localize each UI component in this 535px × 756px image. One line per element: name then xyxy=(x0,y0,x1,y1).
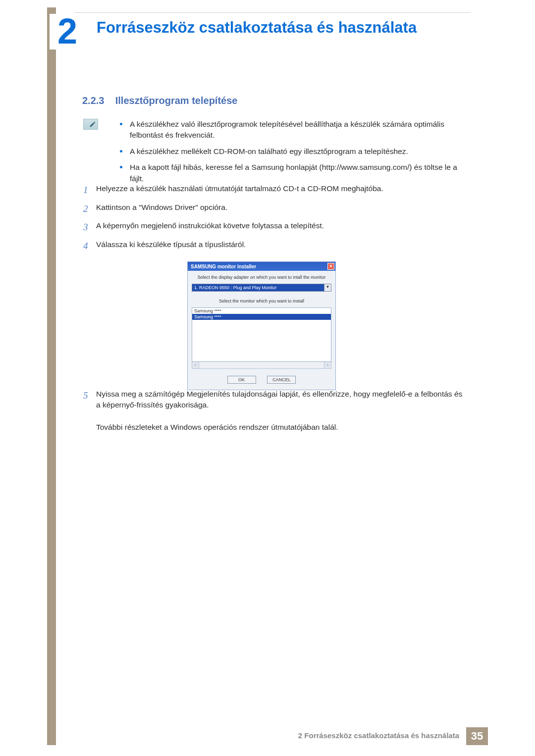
side-strip xyxy=(47,7,56,745)
installer-button-row: OK CANCEL xyxy=(188,373,335,390)
note-bullet-list: A készülékhez való illesztőprogramok tel… xyxy=(119,119,466,189)
step-number: 1 xyxy=(83,183,96,197)
step-text: Nyissa meg a számítógép Megjelenítés tul… xyxy=(96,389,465,433)
step-text-line: Nyissa meg a számítógép Megjelenítés tul… xyxy=(96,390,462,409)
step-row: 4 Válassza ki készüléke típusát a típusl… xyxy=(83,239,465,253)
chapter-number: 2 xyxy=(50,14,85,49)
chevron-down-icon[interactable]: ▼ xyxy=(324,284,331,292)
scroll-right-icon[interactable]: › xyxy=(324,362,331,368)
step-text: Kattintson a "Windows Driver" opcióra. xyxy=(96,202,465,216)
monitor-listbox[interactable]: Samsung **** Samsung **** xyxy=(192,307,331,362)
chapter-title: Forráseszköz csatlakoztatása és használa… xyxy=(97,19,417,37)
installer-msg: Select the display adapter on which you … xyxy=(188,271,335,284)
step-text-extra: További részleteket a Windows operációs … xyxy=(96,423,338,431)
chapter-number-box: 2 xyxy=(50,14,85,50)
step-number: 2 xyxy=(83,202,96,216)
horizontal-scrollbar[interactable]: ‹ › xyxy=(192,362,331,369)
section-title: Illesztőprogram telepítése xyxy=(115,95,238,106)
step-number: 4 xyxy=(83,239,96,253)
step-number: 3 xyxy=(83,220,96,234)
installer-titlebar: SAMSUNG monitor installer × xyxy=(188,262,335,271)
installer-window: SAMSUNG monitor installer × Select the d… xyxy=(187,261,336,390)
scroll-track[interactable] xyxy=(199,362,324,368)
note-bullet: A készülékhez mellékelt CD-ROM-on találh… xyxy=(119,146,466,157)
adapter-combo-value: 1. RADEON 9550 : Plug and Play Monitor xyxy=(192,284,324,292)
scroll-left-icon[interactable]: ‹ xyxy=(192,362,199,368)
step-text: Válassza ki készüléke típusát a típuslis… xyxy=(96,239,465,253)
page-footer: 2 Forráseszköz csatlakoztatása és haszná… xyxy=(298,727,488,745)
installer-msg: Select the monitor which you want to ins… xyxy=(188,295,335,307)
note-bullet: A készülékhez való illesztőprogramok tel… xyxy=(119,119,466,141)
footer-text: 2 Forráseszköz csatlakoztatása és haszná… xyxy=(298,727,466,745)
close-icon[interactable]: × xyxy=(327,263,334,270)
section-heading: 2.2.3 Illesztőprogram telepítése xyxy=(82,95,237,106)
step-number: 5 xyxy=(83,389,96,433)
section-number: 2.2.3 xyxy=(82,95,104,106)
adapter-combo[interactable]: 1. RADEON 9550 : Plug and Play Monitor ▼ xyxy=(192,284,331,292)
top-rule xyxy=(74,12,471,13)
note-icon xyxy=(83,119,98,130)
step-row: 1 Helyezze a készülék használati útmutat… xyxy=(83,183,465,197)
step-row: 2 Kattintson a "Windows Driver" opcióra. xyxy=(83,202,465,216)
steps-block-continued: 5 Nyissa meg a számítógép Megjelenítés t… xyxy=(83,389,465,438)
step-text: Helyezze a készülék használati útmutatój… xyxy=(96,183,465,197)
step-row: 5 Nyissa meg a számítógép Megjelenítés t… xyxy=(83,389,465,433)
steps-block: 1 Helyezze a készülék használati útmutat… xyxy=(83,183,465,399)
list-item[interactable]: Samsung **** xyxy=(192,314,331,320)
installer-title: SAMSUNG monitor installer xyxy=(191,264,256,269)
page-number: 35 xyxy=(466,727,488,745)
list-item[interactable]: Samsung **** xyxy=(192,308,331,314)
cancel-button[interactable]: CANCEL xyxy=(267,376,296,384)
step-text: A képernyőn megjelenő instrukciókat köve… xyxy=(96,220,465,234)
step-row: 3 A képernyőn megjelenő instrukciókat kö… xyxy=(83,220,465,234)
note-bullet: Ha a kapott fájl hibás, keresse fel a Sa… xyxy=(119,162,466,184)
ok-button[interactable]: OK xyxy=(227,376,256,384)
